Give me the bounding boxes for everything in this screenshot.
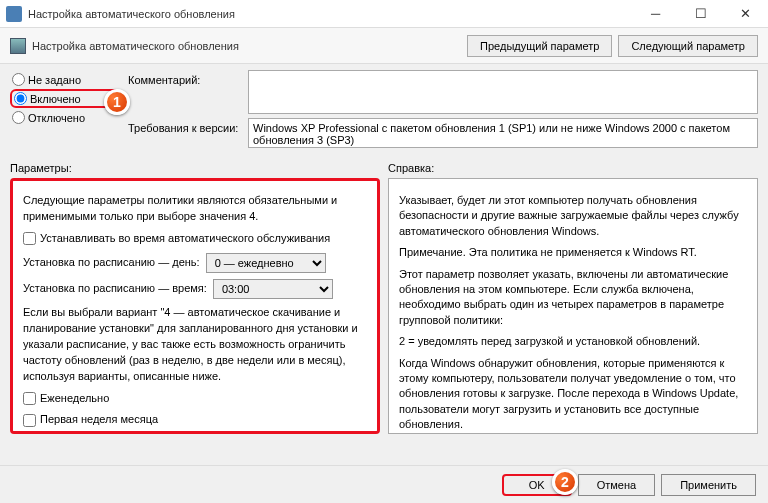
close-button[interactable]: ✕ — [723, 0, 768, 28]
help-text: Этот параметр позволяет указать, включен… — [399, 267, 747, 329]
schedule-day-label: Установка по расписанию — день: — [23, 255, 200, 271]
schedule-time-label: Установка по расписанию — время: — [23, 281, 207, 297]
help-label: Справка: — [388, 158, 758, 178]
radio-disabled-input[interactable] — [12, 111, 25, 124]
checkbox-label: Еженедельно — [40, 391, 109, 407]
app-icon — [6, 6, 22, 22]
radio-not-configured[interactable]: Не задано — [10, 70, 120, 89]
annotation-badge-2: 2 — [552, 469, 578, 495]
comment-label: Комментарий: — [128, 70, 248, 86]
checkbox-weekly[interactable]: Еженедельно — [23, 391, 367, 407]
toolbar: Настройка автоматического обновления Пре… — [0, 28, 768, 64]
help-text: Указывает, будет ли этот компьютер получ… — [399, 193, 747, 239]
radio-not-configured-input[interactable] — [12, 73, 25, 86]
checkbox-first-week[interactable]: Первая неделя месяца — [23, 412, 367, 428]
help-panel: Указывает, будет ли этот компьютер получ… — [388, 178, 758, 434]
policy-icon — [10, 38, 26, 54]
checkbox-first-week-input[interactable] — [23, 414, 36, 427]
help-text: 2 = уведомлять перед загрузкой и установ… — [399, 334, 747, 349]
schedule-time-select[interactable]: 03:00 — [213, 279, 333, 299]
checkbox-maintenance-input[interactable] — [23, 232, 36, 245]
params-panel: Следующие параметры политики являются об… — [10, 178, 380, 434]
radio-label: Отключено — [28, 112, 85, 124]
cancel-button[interactable]: Отмена — [578, 474, 655, 496]
requirement-field: Windows XP Professional с пакетом обновл… — [248, 118, 758, 148]
help-text: Примечание. Эта политика не применяется … — [399, 245, 747, 260]
params-label: Параметры: — [10, 158, 380, 178]
radio-label: Включено — [30, 93, 81, 105]
checkbox-label: Устанавливать во время автоматического о… — [40, 231, 330, 247]
requirement-label: Требования к версии: — [128, 118, 248, 134]
state-radio-group: Не задано Включено 1 Отключено — [10, 70, 120, 148]
comment-field[interactable] — [248, 70, 758, 114]
annotation-badge-1: 1 — [104, 89, 130, 115]
minimize-button[interactable]: ─ — [633, 0, 678, 28]
prev-setting-button[interactable]: Предыдущий параметр — [467, 35, 612, 57]
policy-title: Настройка автоматического обновления — [32, 40, 239, 52]
title-bar: Настройка автоматического обновления ─ ☐… — [0, 0, 768, 28]
checkbox-weekly-input[interactable] — [23, 392, 36, 405]
next-setting-button[interactable]: Следующий параметр — [618, 35, 758, 57]
checkbox-label: Первая неделя месяца — [40, 412, 158, 428]
radio-enabled[interactable]: Включено 1 — [10, 89, 120, 108]
apply-button[interactable]: Применить — [661, 474, 756, 496]
button-bar: 2 OK Отмена Применить — [0, 465, 768, 503]
params-intro: Следующие параметры политики являются об… — [23, 193, 367, 225]
schedule-day-select[interactable]: 0 — ежедневно — [206, 253, 326, 273]
params-note: Если вы выбрали вариант "4 — автоматичес… — [23, 305, 367, 385]
maximize-button[interactable]: ☐ — [678, 0, 723, 28]
radio-disabled[interactable]: Отключено — [10, 108, 120, 127]
radio-label: Не задано — [28, 74, 81, 86]
checkbox-maintenance[interactable]: Устанавливать во время автоматического о… — [23, 231, 367, 247]
radio-enabled-input[interactable] — [14, 92, 27, 105]
window-title: Настройка автоматического обновления — [28, 8, 633, 20]
help-text: Когда Windows обнаружит обновления, кото… — [399, 356, 747, 433]
